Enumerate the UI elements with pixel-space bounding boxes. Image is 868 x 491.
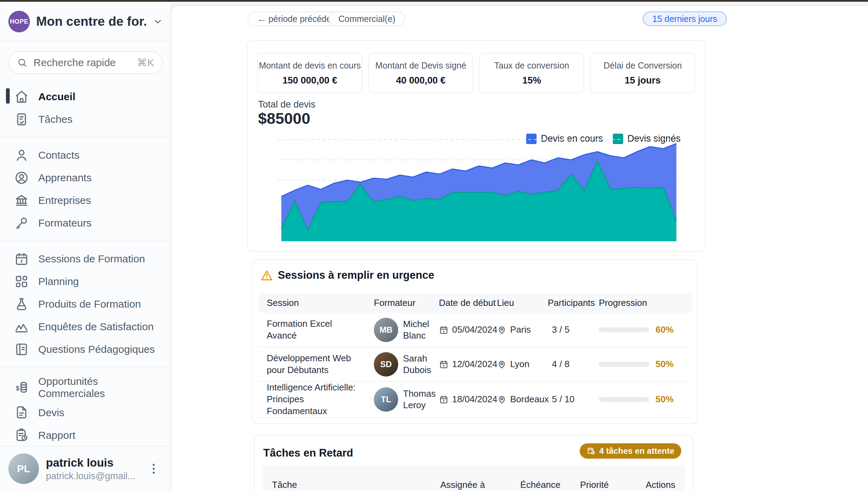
column-header: Assignée à xyxy=(440,480,520,490)
search-icon xyxy=(17,57,28,68)
progress-percent: 50% xyxy=(656,394,674,405)
bank-icon xyxy=(14,193,29,208)
org-logo: HOPE xyxy=(8,11,30,32)
column-header: Actions xyxy=(638,480,685,490)
sidebar-item-contacts[interactable]: Contacts xyxy=(0,144,170,166)
sidebar: HOPE Mon centre de for... Recherche rapi… xyxy=(0,2,170,491)
sidebar-item-label: Opportunités Commerciales xyxy=(38,375,123,400)
sidebar-item-questions-pedagogiques[interactable]: Questions Pédagogiques xyxy=(0,338,170,361)
session-name: Intelligence Artificielle: Principes Fon… xyxy=(258,382,374,417)
trainer-name: SarahDubois xyxy=(403,353,431,375)
svg-text:$: $ xyxy=(16,385,19,392)
sidebar-item-label: Produits de Formation xyxy=(38,298,141,310)
sidebar-item-entreprises[interactable]: Entreprises xyxy=(0,189,170,212)
session-row[interactable]: Formation Excel Avancé MB MichelBlanc 05… xyxy=(258,313,692,347)
sidebar-item-accueil[interactable]: Accueil xyxy=(0,85,170,108)
session-row[interactable]: Développement Web pour Débutants SD Sara… xyxy=(258,347,692,382)
sidebar-divider xyxy=(0,41,170,41)
kpi-value: 15% xyxy=(522,75,541,86)
report-icon xyxy=(14,427,29,443)
kpi-chart-card: Montant de devis en cours 150 000,00 €Mo… xyxy=(247,40,706,252)
kebab-menu-icon[interactable] xyxy=(147,461,161,476)
avatar: TL xyxy=(374,387,398,412)
sidebar-item-planning[interactable]: Planning xyxy=(0,270,170,293)
sidebar-item-label: Contacts xyxy=(38,149,79,161)
progress-bar xyxy=(599,362,649,367)
location: Paris xyxy=(510,324,531,335)
pending-tasks-badge: 4 tâches en attente xyxy=(580,443,681,459)
column-header: Date de début xyxy=(439,298,497,308)
kpi-card: Délai de Conversion 15 jours xyxy=(590,53,695,93)
sidebar-item-produits-de-formation[interactable]: Produits de Formation xyxy=(0,293,170,315)
grid-icon xyxy=(14,274,29,289)
sidebar-item-enquetes-de-satisfaction[interactable]: Enquêtes de Satisfaction xyxy=(0,315,170,338)
kpi-value: 40 000,00 € xyxy=(396,75,446,86)
sidebar-item-sessions-de-formation[interactable]: Sessions de Formation xyxy=(0,247,170,270)
sidebar-item-opportunites-commerciales[interactable]: $Opportunités Commerciales xyxy=(0,374,170,401)
date-range-button[interactable]: 15 derniers jours xyxy=(643,11,727,26)
sidebar-item-label: Formateurs xyxy=(38,217,91,229)
total-devis-label: Total de devis xyxy=(258,99,315,110)
kpi-label: Montant de devis en cours xyxy=(259,61,361,71)
column-header: Session xyxy=(258,298,374,308)
peaks-icon xyxy=(14,319,29,334)
home-icon xyxy=(14,89,29,104)
search-input[interactable]: Recherche rapide ⌘K xyxy=(8,51,163,74)
window-top-edge xyxy=(0,0,868,2)
user-profile[interactable]: PL patrick louis patrick.louis@gmail... xyxy=(0,446,169,491)
tasks-title: Tâches en Retard xyxy=(263,447,353,459)
pending-tasks-badge-label: 4 tâches en attente xyxy=(599,446,674,456)
user-email: patrick.louis@gmail... xyxy=(46,471,140,482)
user-name: patrick louis xyxy=(46,456,140,469)
sidebar-item-label: Questions Pédagogiques xyxy=(38,343,155,355)
column-header: Lieu xyxy=(497,298,548,308)
task-icon xyxy=(14,112,29,127)
sidebar-item-label: Devis xyxy=(38,406,64,419)
progress-bar xyxy=(599,397,649,402)
calendar-icon xyxy=(439,325,449,335)
user-icon xyxy=(14,148,29,163)
trainer-name: MichelBlanc xyxy=(403,318,429,341)
sidebar-item-label: Accueil xyxy=(38,90,75,103)
session-name: Formation Excel Avancé xyxy=(258,318,374,342)
participants: 4 / 8 xyxy=(548,359,599,370)
sidebar-item-formateurs[interactable]: Formateurs xyxy=(0,212,170,234)
sidebar-item-taches[interactable]: Tâches xyxy=(0,108,170,130)
map-pin-icon xyxy=(497,359,507,369)
role-filter-button[interactable]: Commercial(e) xyxy=(329,11,405,26)
avatar: SD xyxy=(374,352,398,377)
start-date: 18/04/2024 xyxy=(452,394,497,405)
calendar-icon xyxy=(439,395,449,404)
column-header: Priorité xyxy=(580,480,638,490)
chevron-down-icon xyxy=(152,16,163,27)
sidebar-item-label: Apprenants xyxy=(38,172,91,184)
flask-icon xyxy=(14,296,29,312)
participants: 3 / 5 xyxy=(548,324,599,335)
calendar-clock-icon xyxy=(587,446,596,456)
org-name: Mon centre de for... xyxy=(36,14,146,29)
column-header: Échéance xyxy=(520,480,580,490)
book-icon xyxy=(14,342,29,357)
sidebar-item-apprenants[interactable]: Apprenants xyxy=(0,166,170,189)
kpi-label: Montant de Devis signé xyxy=(375,61,466,71)
kpi-value: 15 jours xyxy=(625,75,661,86)
total-devis-value: $85000 xyxy=(258,110,310,128)
sidebar-item-devis[interactable]: Devis xyxy=(0,401,170,424)
calendar-icon xyxy=(439,359,449,369)
active-indicator xyxy=(6,88,10,104)
sessions-table: SessionFormateurDate de débutLieuPartici… xyxy=(258,293,692,418)
participants: 5 / 10 xyxy=(548,394,599,405)
column-header: Progression xyxy=(599,298,692,308)
session-name: Développement Web pour Débutants xyxy=(258,353,374,376)
sidebar-item-rapport[interactable]: Rapport xyxy=(0,424,170,446)
org-switcher[interactable]: HOPE Mon centre de for... xyxy=(0,2,170,41)
kpi-label: Délai de Conversion xyxy=(603,61,682,71)
session-row[interactable]: Intelligence Artificielle: Principes Fon… xyxy=(258,382,692,418)
sidebar-item-label: Entreprises xyxy=(38,194,91,206)
avatar: PL xyxy=(8,453,39,484)
kpi-row: Montant de devis en cours 150 000,00 €Mo… xyxy=(257,53,695,93)
trainer-name: ThomasLeroy xyxy=(403,388,436,411)
kpi-card: Taux de conversion 15% xyxy=(479,53,584,93)
sidebar-nav: AccueilTâchesContactsApprenantsEntrepris… xyxy=(0,79,170,453)
column-header: Formateur xyxy=(374,298,439,308)
